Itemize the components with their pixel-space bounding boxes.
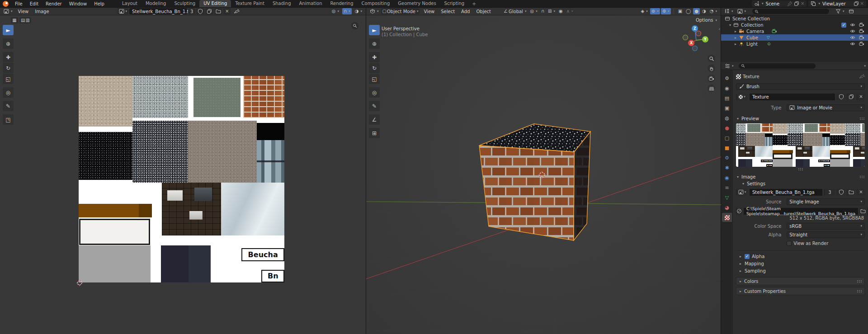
snap-toggle[interactable]: ∪ xyxy=(540,8,546,14)
pin-image-icon[interactable] xyxy=(234,8,241,15)
viewport-canvas[interactable] xyxy=(366,8,721,334)
axis-neg-z-ball[interactable] xyxy=(693,46,698,51)
menu-add[interactable]: Add xyxy=(458,9,473,14)
display-channels-dropdown[interactable]: ◑▾ xyxy=(354,8,363,14)
resize-dots-icon[interactable] xyxy=(798,168,803,171)
pin-icon[interactable] xyxy=(859,73,866,80)
new-collection-button[interactable] xyxy=(847,8,855,14)
image-users-button[interactable]: 3 xyxy=(188,8,195,14)
scene-tab[interactable]: ◍ xyxy=(722,113,732,122)
texture-atlas-image[interactable]: BeuchaBn xyxy=(79,76,284,282)
filter-dropdown[interactable]: ▾ xyxy=(834,8,846,14)
alpha-panel-header[interactable]: ▸ ✓ Alpha xyxy=(736,253,865,260)
unlink-texture-button[interactable]: × xyxy=(857,94,865,100)
render-camera-icon[interactable] xyxy=(859,28,864,34)
unlink-image-button[interactable]: × xyxy=(223,8,231,14)
annotate-tool[interactable]: ✎ xyxy=(3,101,14,111)
transform-tool[interactable]: ◎ xyxy=(369,87,380,98)
copy-icon[interactable] xyxy=(794,1,799,6)
axis-neg-y-ball[interactable] xyxy=(696,31,701,36)
menu-object[interactable]: Object xyxy=(473,9,494,14)
add-workspace-button[interactable]: + xyxy=(468,1,480,7)
shading-rendered-button[interactable]: ◔▾ xyxy=(708,8,718,14)
properties-search-input[interactable] xyxy=(739,63,816,69)
drag-dots-icon[interactable] xyxy=(859,175,865,179)
render-camera-icon[interactable] xyxy=(859,35,864,40)
data-tab[interactable]: ▽ xyxy=(722,193,732,202)
editor-type-button[interactable]: ▾ xyxy=(2,8,14,14)
browse-image-button[interactable]: ▾ xyxy=(736,189,748,196)
outliner-row-camera[interactable]: ▸ Camera xyxy=(721,28,868,34)
workspace-tab-animation[interactable]: Animation xyxy=(295,0,326,7)
material-tab[interactable]: ◕ xyxy=(722,203,732,212)
colors-panel-header[interactable]: ▸ Colors xyxy=(736,277,865,285)
texture-preview[interactable]: BeuchaBn BeuchaBn BeuchaBn xyxy=(736,123,865,167)
alpha-mode-dropdown[interactable]: Straight ▾ xyxy=(787,231,865,238)
menu-window[interactable]: Window xyxy=(66,1,90,6)
settings-subpanel-header[interactable]: ▾ Settings xyxy=(736,180,865,187)
color-space-dropdown[interactable]: sRGB ▾ xyxy=(787,223,865,230)
show-gizmo-toggle[interactable]: ⊚▾ xyxy=(650,8,660,14)
menu-select[interactable]: Select xyxy=(438,9,458,14)
drag-dots-icon[interactable] xyxy=(857,280,862,283)
navigation-gizmo[interactable]: Z Y X xyxy=(676,19,714,57)
transform-tool[interactable]: ◎ xyxy=(3,87,14,98)
menu-render[interactable]: Render xyxy=(42,1,66,6)
scene-selector[interactable]: ▾ Scene × xyxy=(752,0,807,7)
unpack-button[interactable] xyxy=(736,208,742,215)
cursor-3d-tool[interactable]: ⊕ xyxy=(369,38,380,49)
uv-zoom-widget[interactable] xyxy=(351,22,359,29)
viewlayer-selector[interactable]: ▾ ViewLayer × xyxy=(808,0,866,7)
editor-type-button[interactable]: ▾ xyxy=(723,8,735,14)
menu-view[interactable]: View xyxy=(15,9,32,14)
sampling-panel-header[interactable]: ▸ Sampling xyxy=(736,267,865,274)
sidebar-collapse-arrow[interactable]: ‹ xyxy=(718,27,720,31)
close-icon[interactable]: × xyxy=(801,1,804,6)
custom-properties-panel-header[interactable]: ▸ Custom Properties xyxy=(736,287,865,295)
image-users-button[interactable]: 3 xyxy=(824,189,835,196)
new-texture-button[interactable] xyxy=(847,94,855,100)
pan-button[interactable] xyxy=(708,65,715,72)
cursor-2d-tool[interactable]: ⊕ xyxy=(3,38,14,49)
fake-user-button[interactable] xyxy=(196,8,204,14)
texture-name-field[interactable]: Texture xyxy=(750,94,835,100)
uv-snap-dropdown[interactable]: ∪▾ xyxy=(342,8,352,14)
workspace-tab-modeling[interactable]: Modeling xyxy=(142,0,170,7)
workspace-tab-uv-editing[interactable]: UV Editing xyxy=(199,0,231,7)
workspace-tab-texture-paint[interactable]: Texture Paint xyxy=(231,0,269,7)
menu-file[interactable]: File xyxy=(11,1,26,6)
eye-icon[interactable] xyxy=(850,35,855,40)
disclosure-open-icon[interactable]: ▾ xyxy=(728,23,732,27)
type-dropdown[interactable]: Image or Movie ▾ xyxy=(787,104,865,111)
workspace-tab-shading[interactable]: Shading xyxy=(269,0,295,7)
sample-tool[interactable]: ◳ xyxy=(3,114,14,125)
constraints-tab[interactable]: ≡ xyxy=(722,183,732,192)
eye-icon[interactable] xyxy=(850,22,855,28)
source-dropdown[interactable]: Single Image ▾ xyxy=(787,198,865,205)
modifiers-tab[interactable]: ⚙ xyxy=(722,153,732,162)
outliner-row-collection[interactable]: ▾ Collection ✓ xyxy=(721,22,868,28)
view-layer-tab[interactable]: ▣ xyxy=(722,103,732,113)
scale-tool[interactable]: ◱ xyxy=(369,74,380,84)
uv-pivot-dropdown[interactable]: ◎▾ xyxy=(330,8,340,14)
workspace-tab-rendering[interactable]: Rendering xyxy=(326,0,357,7)
show-overlays-toggle[interactable]: ⊕▾ xyxy=(661,8,671,14)
outliner-search-input[interactable] xyxy=(752,9,829,14)
select-box-tool[interactable]: ► xyxy=(3,25,14,35)
alpha-checkbox[interactable]: ✓ xyxy=(745,254,750,259)
menu-image[interactable]: Image xyxy=(32,9,52,14)
view-as-render-checkbox[interactable]: ✓ xyxy=(787,241,792,246)
unlink-image-button[interactable]: × xyxy=(857,189,865,196)
snap-settings-dropdown[interactable]: ⊞▾ xyxy=(547,8,557,14)
disclosure-closed-icon[interactable]: ▸ xyxy=(734,42,737,46)
pivot-point-dropdown[interactable]: ◎▾ xyxy=(528,8,538,14)
menu-view[interactable]: View xyxy=(420,9,438,14)
tile-view-toggle[interactable]: ▤▥ xyxy=(19,17,31,24)
eye-icon[interactable] xyxy=(850,28,855,34)
outliner-row-scene-collection[interactable]: Scene Collection xyxy=(721,15,868,22)
copy-icon[interactable] xyxy=(854,1,859,6)
move-tool[interactable]: ✚ xyxy=(369,52,380,62)
display-mode-dropdown[interactable]: ▾ xyxy=(736,8,748,14)
proportional-editing-toggle[interactable]: ◉ xyxy=(557,8,564,14)
object-visibility-dropdown[interactable]: ◈▾ xyxy=(640,8,649,14)
